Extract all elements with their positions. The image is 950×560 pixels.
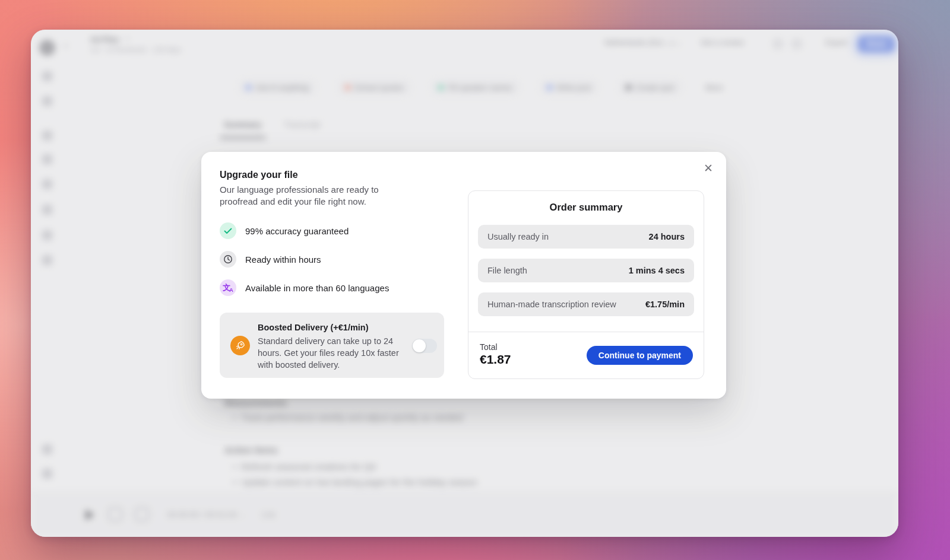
order-summary-card: Order summary Usually ready in 24 hours … [468,190,704,379]
order-row-label: Usually ready in [487,232,549,241]
modal-title: Upgrade your file [220,170,298,180]
feature-ready: Ready within hours [220,251,321,268]
feature-accuracy: 99% accuracy guaranteed [220,222,349,239]
order-row-length: File length 1 mins 4 secs [478,259,694,282]
boost-description: Standard delivery can take up to 24 hour… [258,335,406,371]
order-row-label: Human-made transcription review [487,300,616,309]
order-row-value: 1 mins 4 secs [629,266,685,275]
toggle-knob [413,339,426,352]
boost-toggle[interactable] [412,339,437,353]
order-divider [468,332,704,332]
total-value: €1.87 [480,352,511,367]
check-icon [220,222,236,239]
total-label: Total [480,342,498,352]
feature-label: 99% accuracy guaranteed [245,226,349,236]
translate-icon: 文A [220,279,236,296]
order-row-value: €1.75/min [645,300,685,309]
order-row-label: File length [487,266,527,275]
continue-to-payment-button[interactable]: Continue to payment [587,346,693,365]
order-summary-title: Order summary [468,202,704,213]
feature-languages: 文A Available in more than 60 languages [220,279,389,296]
rocket-icon [230,336,250,355]
order-row-value: 24 hours [649,232,685,241]
order-row-ready: Usually ready in 24 hours [478,225,694,249]
clock-icon [220,251,236,268]
feature-label: Available in more than 60 languages [245,283,389,293]
feature-label: Ready within hours [245,254,321,265]
order-row-review: Human-made transcription review €1.75/mi… [478,292,694,316]
upgrade-modal: ✕ Upgrade your file Our language profess… [201,152,726,399]
boosted-delivery-card: Boosted Delivery (+€1/min) Standard deli… [220,313,444,378]
modal-subtitle: Our language professionals are ready to … [220,184,411,208]
close-icon[interactable]: ✕ [700,160,717,177]
boost-title: Boosted Delivery (+€1/min) [258,323,369,332]
